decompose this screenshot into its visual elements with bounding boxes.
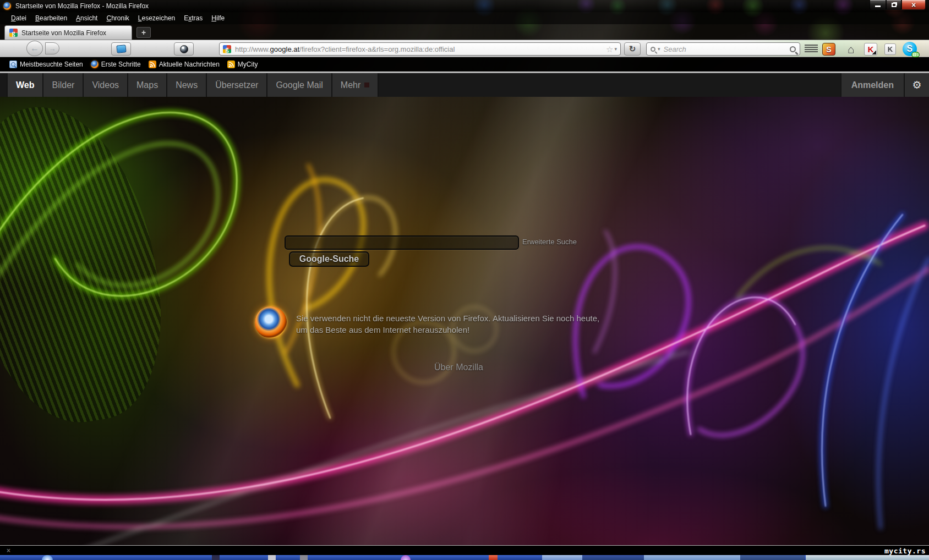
taskbar-button[interactable] xyxy=(740,555,805,560)
settings-button[interactable]: ⚙ xyxy=(904,73,929,97)
firefox-icon xyxy=(3,2,11,10)
back-button[interactable]: ← xyxy=(26,41,43,56)
minimize-button[interactable] xyxy=(870,0,886,10)
gnav-tab-maps[interactable]: Maps xyxy=(128,73,167,97)
title-bar: Startseite von Mozilla Firefox - Mozilla… xyxy=(0,0,929,12)
tab-groups-button[interactable] xyxy=(111,42,131,56)
firefox-logo xyxy=(255,306,287,338)
list-icon[interactable] xyxy=(805,45,818,53)
taskbar-icon[interactable] xyxy=(268,555,276,560)
navigation-toolbar: ← → g http://www.google.at/firefox?clien… xyxy=(0,40,929,57)
menu-ansicht[interactable]: Ansicht xyxy=(72,13,102,24)
home-icon[interactable]: ⌂ xyxy=(842,42,860,57)
url-text: http://www.google.at/firefox?client=fire… xyxy=(235,45,603,53)
rss-icon xyxy=(149,61,156,68)
window-title: Startseite von Mozilla Firefox - Mozilla… xyxy=(15,2,149,10)
search-engine-icon xyxy=(651,47,655,52)
search-box[interactable]: ▾ xyxy=(646,42,800,56)
google-search-button[interactable]: Google-Suche xyxy=(289,251,369,267)
google-search-input[interactable] xyxy=(285,235,519,250)
new-tab-button[interactable]: + xyxy=(136,27,151,38)
url-bar[interactable]: g http://www.google.at/firefox?client=fi… xyxy=(219,42,621,56)
menu-datei[interactable]: Datei xyxy=(7,13,31,24)
most-visited-icon xyxy=(9,61,17,68)
gnav-tab-uebersetzer[interactable]: Übersetzer xyxy=(207,73,267,97)
watermark: mycity.rs xyxy=(884,547,926,555)
bookmark-aktuelle-nachrichten[interactable]: Aktuelle Nachrichten xyxy=(145,57,223,72)
gnav-tab-google-mail[interactable]: Google Mail xyxy=(267,73,332,97)
minimize-icon xyxy=(875,6,881,7)
eye-icon xyxy=(180,45,188,53)
browser-window: Startseite von Mozilla Firefox - Mozilla… xyxy=(0,0,929,560)
close-button[interactable]: × xyxy=(901,0,926,10)
restore-button[interactable] xyxy=(886,0,901,10)
update-message-line2: um das Beste aus dem Internet herauszuho… xyxy=(296,325,469,334)
menu-extras[interactable]: Extras xyxy=(179,13,207,24)
windows-taskbar xyxy=(0,555,929,560)
rss-icon xyxy=(227,61,235,68)
taskbar-icon[interactable] xyxy=(212,555,220,560)
gnav-tab-bilder[interactable]: Bilder xyxy=(43,73,84,97)
restore-icon xyxy=(892,3,897,7)
close-icon: × xyxy=(911,1,916,9)
update-message-line1: Sie verwenden nicht die neueste Version … xyxy=(296,314,599,323)
about-mozilla-link[interactable]: Über Mozilla xyxy=(434,363,483,372)
active-tab[interactable]: g Startseite von Mozilla Firefox xyxy=(4,25,132,40)
blue-note-icon xyxy=(116,45,126,53)
search-input[interactable] xyxy=(664,45,786,53)
k-addon-icon[interactable]: K xyxy=(884,43,896,55)
taskbar-button[interactable] xyxy=(582,555,644,560)
taskbar-icon[interactable] xyxy=(300,555,308,560)
search-engine-dropdown-icon[interactable]: ▾ xyxy=(658,47,660,52)
gnav-tab-web[interactable]: Web xyxy=(7,73,43,97)
firefox-icon xyxy=(91,61,99,68)
reload-button[interactable]: ↻ xyxy=(624,42,641,56)
bookmark-mycity[interactable]: MyCity xyxy=(223,57,262,72)
gear-icon: ⚙ xyxy=(912,79,921,91)
taskbar-button[interactable] xyxy=(542,555,582,560)
statusbar-close-icon[interactable]: × xyxy=(7,547,10,554)
window-controls: × xyxy=(870,0,926,10)
page-content: Erweiterte Suche Google-Suche Sie verwen… xyxy=(0,97,929,545)
sign-in-button[interactable]: Anmelden xyxy=(840,73,904,97)
url-favicon: g xyxy=(223,45,231,53)
bookmark-erste-schritte[interactable]: Erste Schritte xyxy=(87,57,145,72)
advanced-search-link[interactable]: Erweiterte Suche xyxy=(522,238,577,246)
bookmark-star-icon[interactable]: ☆ xyxy=(606,45,613,53)
search-go-icon[interactable] xyxy=(790,46,796,52)
gnav-tab-videos[interactable]: Videos xyxy=(84,73,128,97)
addon-preview-button[interactable] xyxy=(174,42,194,56)
menu-lesezeichen[interactable]: Lesezeichen xyxy=(134,13,179,24)
taskbar-icon[interactable] xyxy=(401,555,411,560)
menu-hilfe[interactable]: Hilfe xyxy=(207,13,229,24)
stylish-addon-icon[interactable]: S xyxy=(822,43,835,56)
taskbar-icon[interactable] xyxy=(489,555,498,560)
taskbar-button[interactable] xyxy=(644,555,740,560)
skype-button[interactable]: S 123 xyxy=(901,41,918,57)
bookmark-most-visited[interactable]: Meistbesuchte Seiten xyxy=(6,57,87,72)
google-favicon: g xyxy=(9,29,18,37)
menu-bearbeiten[interactable]: Bearbeiten xyxy=(31,13,72,24)
tab-title: Startseite von Mozilla Firefox xyxy=(21,29,106,37)
menu-bar: Datei Bearbeiten Ansicht Chronik Lesezei… xyxy=(0,12,929,24)
google-nav-bar: Web Bilder Videos Maps News Übersetzer G… xyxy=(0,72,929,97)
tab-bar: g Startseite von Mozilla Firefox + xyxy=(0,24,929,40)
menu-chronik[interactable]: Chronik xyxy=(102,13,133,24)
taskbar-tray[interactable] xyxy=(806,555,929,560)
bookmarks-bar: Meistbesuchte Seiten Erste Schritte Aktu… xyxy=(0,57,929,72)
status-bar: × mycity.rs xyxy=(0,545,929,555)
mehr-dropdown-marker xyxy=(364,83,369,87)
gnav-tab-news[interactable]: News xyxy=(167,73,207,97)
start-orb[interactable] xyxy=(42,555,53,560)
gnav-tab-mehr[interactable]: Mehr xyxy=(332,73,379,97)
kaspersky-icon[interactable]: K xyxy=(864,43,877,56)
forward-button[interactable]: → xyxy=(45,42,59,54)
url-dropdown-icon[interactable]: ▾ xyxy=(614,47,617,52)
